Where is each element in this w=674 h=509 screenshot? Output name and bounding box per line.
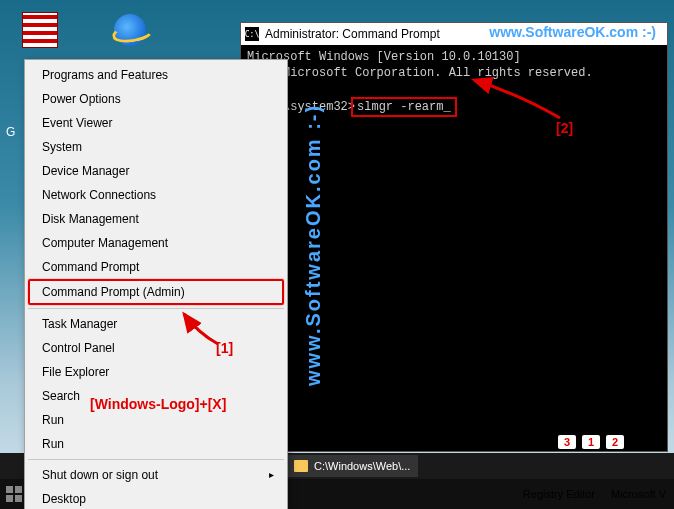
winx-context-menu: Programs and Features Power Options Even… (24, 59, 288, 509)
taskbar-explorer-item[interactable]: C:\Windows\Web\... (286, 455, 418, 477)
menu-separator (28, 459, 284, 460)
figure-sign: 3 (558, 435, 576, 449)
taskbar-item-label: C:\Windows\Web\... (314, 460, 410, 472)
ie-desktop-icon[interactable] (110, 10, 150, 50)
arrow-2-icon (468, 74, 568, 124)
menu-command-prompt[interactable]: Command Prompt (28, 255, 284, 279)
watermark-vertical: www.SoftwareOK.com :-) (302, 80, 325, 410)
cmd-icon: C:\ (245, 27, 259, 41)
taskbar-regedit[interactable]: Registry Editor (515, 483, 603, 505)
menu-shutdown-signout[interactable]: Shut down or sign out ▸ (28, 463, 284, 487)
taskbar-item-label: Registry Editor (523, 488, 595, 500)
menu-programs-features[interactable]: Programs and Features (28, 63, 284, 87)
figure-sign: 2 (606, 435, 624, 449)
annotation-winx: [Windows-Logo]+[X] (90, 396, 226, 412)
stick-figures: ╽ 3 ╽ 1 ╽ 2 (558, 413, 624, 449)
svg-rect-0 (6, 486, 13, 493)
arrow-1-icon (178, 308, 228, 348)
chevron-right-icon: ▸ (269, 469, 274, 480)
menu-run-2[interactable]: Run (28, 432, 284, 456)
partial-text: G (6, 125, 15, 139)
calendar-desktop-icon[interactable] (20, 10, 60, 50)
menu-desktop[interactable]: Desktop (28, 487, 284, 509)
menu-file-explorer[interactable]: File Explorer (28, 360, 284, 384)
menu-system[interactable]: System (28, 135, 284, 159)
taskbar-item-label: Microsoft V (611, 488, 666, 500)
cmd-typed-command: slmgr -rearm_ (351, 97, 457, 117)
cmd-line-version: Microsoft Windows [Version 10.0.10130] (247, 50, 521, 64)
figure-2: ╽ 2 (606, 413, 624, 449)
menu-device-manager[interactable]: Device Manager (28, 159, 284, 183)
folder-icon (294, 460, 308, 472)
menu-task-manager[interactable]: Task Manager (28, 312, 284, 336)
figure-sign: 1 (582, 435, 600, 449)
calendar-icon (22, 12, 58, 48)
taskbar-msv[interactable]: Microsoft V (603, 483, 674, 505)
svg-rect-2 (6, 495, 13, 502)
menu-computer-management[interactable]: Computer Management (28, 231, 284, 255)
windows-logo-icon (6, 486, 22, 502)
figure-3: ╽ 3 (558, 413, 576, 449)
svg-rect-1 (15, 486, 22, 493)
menu-command-prompt-admin[interactable]: Command Prompt (Admin) (28, 279, 284, 305)
menu-separator (28, 308, 284, 309)
menu-control-panel[interactable]: Control Panel (28, 336, 284, 360)
figure-1: ╽ 1 (582, 413, 600, 449)
menu-event-viewer[interactable]: Event Viewer (28, 111, 284, 135)
menu-network-connections[interactable]: Network Connections (28, 183, 284, 207)
menu-disk-management[interactable]: Disk Management (28, 207, 284, 231)
internet-explorer-icon (114, 14, 146, 46)
svg-rect-3 (15, 495, 22, 502)
menu-power-options[interactable]: Power Options (28, 87, 284, 111)
menu-label: Shut down or sign out (42, 468, 158, 482)
desktop-icons-area (20, 10, 150, 50)
watermark-top: www.SoftwareOK.com :-) (489, 24, 656, 40)
cmd-title: Administrator: Command Prompt (265, 27, 440, 41)
